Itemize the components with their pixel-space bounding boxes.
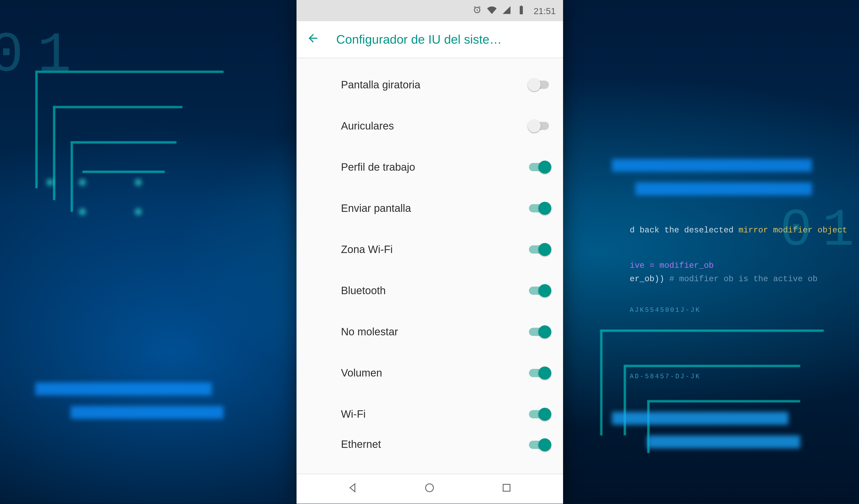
setting-label: Auriculares — [341, 120, 529, 132]
setting-label: Zona Wi-Fi — [341, 243, 529, 256]
toggle-work-profile[interactable] — [529, 161, 551, 173]
alarm-icon — [472, 5, 482, 16]
toggle-wifi-zone[interactable] — [529, 243, 551, 256]
toggle-volume[interactable] — [529, 367, 551, 380]
nav-recents-button[interactable] — [486, 479, 527, 499]
settings-list: Pantalla giratoriaAuricularesPerfil de t… — [296, 58, 562, 474]
toggle-bluetooth[interactable] — [529, 284, 551, 297]
setting-row-ethernet: Ethernet — [296, 435, 562, 463]
setting-row-headphones: Auriculares — [296, 105, 562, 147]
status-bar: 21:51 — [296, 0, 562, 21]
nav-recents-icon — [501, 482, 512, 496]
toggle-wifi[interactable] — [529, 408, 551, 421]
android-nav-bar — [296, 474, 562, 504]
setting-row-volume: Volumen — [296, 352, 562, 394]
setting-row-dnd: No molestar — [296, 311, 562, 352]
setting-label: Perfil de trabajo — [341, 161, 529, 173]
arrow-left-icon — [306, 32, 319, 47]
setting-row-cast-screen: Enviar pantalla — [296, 188, 562, 229]
setting-label: Ethernet — [341, 438, 529, 450]
setting-row-bluetooth: Bluetooth — [296, 270, 562, 311]
toggle-ethernet[interactable] — [529, 438, 551, 451]
cell-signal-icon — [502, 5, 511, 16]
setting-row-work-profile: Perfil de trabajo — [296, 147, 562, 188]
setting-label: No molestar — [341, 326, 529, 338]
setting-label: Bluetooth — [341, 285, 529, 297]
toggle-dnd[interactable] — [529, 325, 551, 338]
page-title: Configurador de IU del siste… — [336, 32, 554, 47]
setting-row-rotating-screen: Pantalla giratoria — [296, 64, 562, 105]
phone-frame: 21:51 Configurador de IU del siste… Pant… — [296, 0, 562, 504]
toggle-cast-screen[interactable] — [529, 202, 551, 215]
wifi-icon — [487, 5, 497, 16]
setting-row-wifi: Wi-Fi — [296, 394, 562, 435]
svg-point-0 — [425, 484, 433, 492]
setting-label: Enviar pantalla — [341, 202, 529, 214]
back-button[interactable] — [305, 32, 320, 47]
battery-icon — [516, 5, 526, 16]
toggle-rotating-screen[interactable] — [529, 78, 551, 91]
status-time: 21:51 — [533, 5, 556, 16]
nav-home-button[interactable] — [409, 479, 450, 499]
toggle-headphones[interactable] — [529, 120, 551, 133]
setting-label: Wi-Fi — [341, 408, 529, 420]
setting-label: Volumen — [341, 367, 529, 379]
nav-back-button[interactable] — [332, 479, 373, 499]
nav-home-icon — [424, 482, 436, 496]
setting-row-wifi-zone: Zona Wi-Fi — [296, 229, 562, 270]
svg-rect-1 — [503, 484, 510, 491]
setting-label: Pantalla giratoria — [341, 78, 529, 91]
app-bar: Configurador de IU del siste… — [296, 21, 562, 58]
nav-back-icon — [347, 482, 359, 496]
